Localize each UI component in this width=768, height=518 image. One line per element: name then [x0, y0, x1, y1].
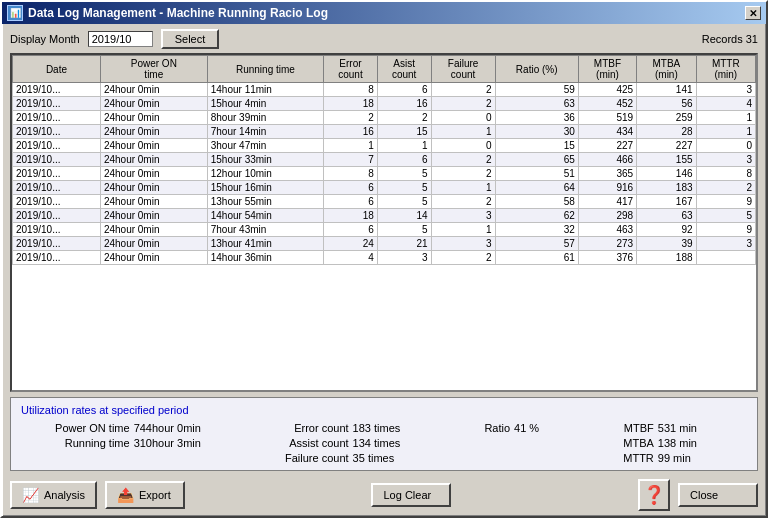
col-date: Date — [13, 56, 101, 83]
cell-power_on: 24hour 0min — [100, 181, 207, 195]
cell-failure: 2 — [431, 153, 495, 167]
records-info: Records 31 — [702, 33, 758, 45]
window-close-button[interactable]: ✕ — [745, 6, 761, 20]
cell-power_on: 24hour 0min — [100, 237, 207, 251]
records-label: Records — [702, 33, 743, 45]
col-running: Running time — [207, 56, 323, 83]
cell-date: 2019/10... — [13, 125, 101, 139]
cell-mttr: 9 — [696, 195, 755, 209]
cell-mtbf: 365 — [578, 167, 636, 181]
cell-mtbf: 519 — [578, 111, 636, 125]
cell-date: 2019/10... — [13, 237, 101, 251]
cell-asist: 6 — [377, 153, 431, 167]
cell-mtbf: 466 — [578, 153, 636, 167]
export-label: Export — [139, 489, 171, 501]
cell-failure: 3 — [431, 209, 495, 223]
analysis-icon: 📈 — [22, 487, 39, 503]
cell-error: 18 — [324, 209, 378, 223]
cell-mtba: 28 — [637, 125, 696, 139]
cell-mtbf: 463 — [578, 223, 636, 237]
cell-mtba: 227 — [637, 139, 696, 153]
utilization-box: Utilization rates at specified period Po… — [10, 397, 758, 471]
col-error: Errorcount — [324, 56, 378, 83]
cell-asist: 21 — [377, 237, 431, 251]
cell-failure: 2 — [431, 195, 495, 209]
cell-power_on: 24hour 0min — [100, 167, 207, 181]
cell-power_on: 24hour 0min — [100, 153, 207, 167]
export-button[interactable]: 📤 Export — [105, 481, 185, 509]
cell-error: 4 — [324, 251, 378, 265]
cell-mtba: 259 — [637, 111, 696, 125]
power-on-label: Power ON time — [21, 422, 134, 434]
close-label: Close — [690, 489, 718, 501]
table-row: 2019/10...24hour 0min13hour 55min6525841… — [13, 195, 756, 209]
cell-error: 6 — [324, 223, 378, 237]
title-bar: 📊 Data Log Management - Machine Running … — [2, 2, 766, 24]
cell-mttr: 3 — [696, 83, 755, 97]
cell-ratio: 30 — [495, 125, 578, 139]
help-button[interactable]: ❓ — [638, 479, 670, 511]
cell-asist: 5 — [377, 167, 431, 181]
cell-power_on: 24hour 0min — [100, 251, 207, 265]
cell-mtba: 141 — [637, 83, 696, 97]
log-clear-button[interactable]: Log Clear — [371, 483, 451, 507]
assist-count-value: 134 times — [353, 437, 451, 449]
failure-count-value: 35 times — [353, 452, 451, 464]
close-button[interactable]: Close — [678, 483, 758, 507]
table-row: 2019/10...24hour 0min8hour 39min22036519… — [13, 111, 756, 125]
cell-running: 13hour 41min — [207, 237, 323, 251]
cell-mtba: 188 — [637, 251, 696, 265]
cell-mtba: 155 — [637, 153, 696, 167]
cell-mttr: 4 — [696, 97, 755, 111]
cell-mttr: 2 — [696, 181, 755, 195]
window-title: Data Log Management - Machine Running Ra… — [28, 6, 328, 20]
cell-date: 2019/10... — [13, 83, 101, 97]
cell-asist: 1 — [377, 139, 431, 153]
cell-mtbf: 916 — [578, 181, 636, 195]
cell-date: 2019/10... — [13, 97, 101, 111]
utilization-grid: Power ON time 744hour 0min Error count 1… — [21, 422, 747, 464]
cell-mtba: 92 — [637, 223, 696, 237]
cell-failure: 0 — [431, 111, 495, 125]
log-clear-area: Log Clear — [371, 483, 451, 507]
month-input[interactable] — [88, 31, 153, 47]
cell-mtbf: 298 — [578, 209, 636, 223]
cell-power_on: 24hour 0min — [100, 83, 207, 97]
running-time-label: Running time — [21, 437, 134, 449]
analysis-button[interactable]: 📈 Analysis — [10, 481, 97, 509]
cell-ratio: 51 — [495, 167, 578, 181]
data-table-container[interactable]: Date Power ONtime Running time Errorcoun… — [10, 53, 758, 392]
cell-power_on: 24hour 0min — [100, 223, 207, 237]
cell-ratio: 63 — [495, 97, 578, 111]
cell-error: 18 — [324, 97, 378, 111]
col-mtba: MTBA(min) — [637, 56, 696, 83]
mttr-label: MTTR — [589, 452, 658, 464]
cell-mttr: 3 — [696, 237, 755, 251]
cell-date: 2019/10... — [13, 251, 101, 265]
cell-asist: 16 — [377, 97, 431, 111]
col-mttr: MTTR(min) — [696, 56, 755, 83]
cell-mtbf: 417 — [578, 195, 636, 209]
cell-failure: 2 — [431, 167, 495, 181]
cell-error: 6 — [324, 195, 378, 209]
cell-asist: 14 — [377, 209, 431, 223]
cell-mtbf: 425 — [578, 83, 636, 97]
top-bar: Display Month Select Records 31 — [10, 29, 758, 49]
select-button[interactable]: Select — [161, 29, 220, 49]
cell-failure: 0 — [431, 139, 495, 153]
cell-power_on: 24hour 0min — [100, 195, 207, 209]
cell-failure: 2 — [431, 251, 495, 265]
ratio-label: Ratio — [450, 422, 514, 434]
cell-mttr: 1 — [696, 111, 755, 125]
table-row: 2019/10...24hour 0min14hour 11min8625942… — [13, 83, 756, 97]
cell-mtba: 63 — [637, 209, 696, 223]
error-count-label: Error count — [251, 422, 353, 434]
cell-asist: 5 — [377, 223, 431, 237]
mtbf-label: MTBF — [589, 422, 658, 434]
table-row: 2019/10...24hour 0min7hour 14min16151304… — [13, 125, 756, 139]
cell-running: 14hour 36min — [207, 251, 323, 265]
cell-error: 2 — [324, 111, 378, 125]
main-window: 📊 Data Log Management - Machine Running … — [0, 0, 768, 518]
power-on-value: 744hour 0min — [134, 422, 251, 434]
data-table: Date Power ONtime Running time Errorcoun… — [12, 55, 756, 265]
